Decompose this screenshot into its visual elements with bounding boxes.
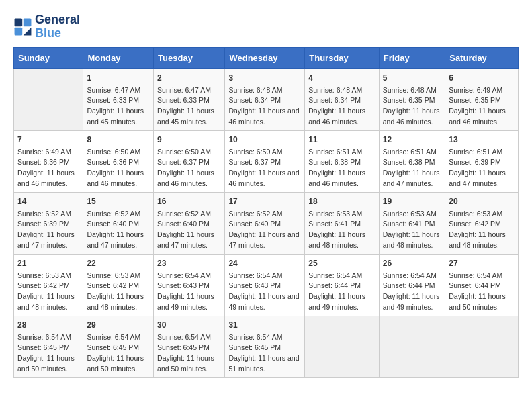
day-info-line: Sunset: 6:33 PM xyxy=(87,95,150,106)
day-info-line: Daylight: 11 hours and 48 minutes. xyxy=(383,230,441,251)
day-info-line: Daylight: 11 hours and 46 minutes. xyxy=(17,168,79,189)
day-info-line: Sunrise: 6:53 AM xyxy=(87,271,150,281)
day-info-line: Sunrise: 6:52 AM xyxy=(17,209,79,220)
day-info-line: Sunrise: 6:47 AM xyxy=(87,85,150,96)
day-info-line: Daylight: 11 hours and 48 minutes. xyxy=(308,230,375,251)
day-info-line: Sunset: 6:36 PM xyxy=(17,157,79,168)
day-info-line: Daylight: 11 hours and 47 minutes. xyxy=(383,168,441,189)
header-cell-sunday: Sunday xyxy=(14,47,83,68)
day-info-line: Daylight: 11 hours and 46 minutes. xyxy=(308,106,375,128)
day-info-line: Sunrise: 6:54 AM xyxy=(157,271,221,281)
day-info-line: Sunrise: 6:53 AM xyxy=(449,209,515,220)
day-number: 2 xyxy=(157,72,221,84)
day-number: 7 xyxy=(17,134,79,146)
day-info-line: Sunrise: 6:50 AM xyxy=(228,147,301,158)
day-info-line: Sunset: 6:44 PM xyxy=(449,281,515,291)
day-cell: 30Sunrise: 6:54 AMSunset: 6:45 PMDayligh… xyxy=(154,316,225,377)
day-cell: 2Sunrise: 6:47 AMSunset: 6:33 PMDaylight… xyxy=(154,68,225,130)
day-info-line: Sunset: 6:37 PM xyxy=(228,157,301,168)
day-info-line: Daylight: 11 hours and 49 minutes. xyxy=(383,291,441,313)
day-info-line: Daylight: 11 hours and 46 minutes. xyxy=(157,168,221,189)
day-number: 21 xyxy=(17,257,79,269)
day-cell: 3Sunrise: 6:48 AMSunset: 6:34 PMDaylight… xyxy=(225,68,305,130)
day-number: 18 xyxy=(308,195,375,208)
day-number: 17 xyxy=(228,195,301,208)
week-row-2: 7Sunrise: 6:49 AMSunset: 6:36 PMDaylight… xyxy=(14,130,519,192)
day-cell: 25Sunrise: 6:54 AMSunset: 6:44 PMDayligh… xyxy=(305,254,380,316)
day-cell: 24Sunrise: 6:54 AMSunset: 6:43 PMDayligh… xyxy=(225,254,305,316)
day-info-line: Sunset: 6:43 PM xyxy=(228,281,301,291)
day-info-line: Sunset: 6:38 PM xyxy=(308,157,375,168)
day-info-line: Sunrise: 6:54 AM xyxy=(228,332,301,343)
day-cell: 13Sunrise: 6:51 AMSunset: 6:39 PMDayligh… xyxy=(445,130,519,192)
day-number: 22 xyxy=(87,257,150,269)
day-info-line: Sunrise: 6:54 AM xyxy=(228,271,301,281)
day-cell xyxy=(305,316,380,377)
day-cell: 22Sunrise: 6:53 AMSunset: 6:42 PMDayligh… xyxy=(83,254,154,316)
day-info-line: Sunrise: 6:48 AM xyxy=(383,85,441,96)
day-cell: 10Sunrise: 6:50 AMSunset: 6:37 PMDayligh… xyxy=(225,130,305,192)
day-cell: 20Sunrise: 6:53 AMSunset: 6:42 PMDayligh… xyxy=(445,192,519,254)
day-info-line: Sunset: 6:40 PM xyxy=(87,219,150,230)
day-info-line: Daylight: 11 hours and 46 minutes. xyxy=(87,168,150,189)
day-number: 14 xyxy=(17,195,79,208)
week-row-4: 21Sunrise: 6:53 AMSunset: 6:42 PMDayligh… xyxy=(14,254,519,316)
day-cell: 16Sunrise: 6:52 AMSunset: 6:40 PMDayligh… xyxy=(154,192,225,254)
day-number: 1 xyxy=(87,72,150,84)
page-header: General Blue xyxy=(13,13,519,40)
day-info-line: Sunrise: 6:52 AM xyxy=(157,209,221,220)
day-info-line: Sunset: 6:45 PM xyxy=(228,342,301,353)
day-number: 26 xyxy=(383,257,441,269)
day-cell: 29Sunrise: 6:54 AMSunset: 6:45 PMDayligh… xyxy=(83,316,154,377)
day-info-line: Daylight: 11 hours and 47 minutes. xyxy=(157,230,221,251)
logo: General Blue xyxy=(13,13,80,40)
day-info-line: Sunset: 6:35 PM xyxy=(383,95,441,106)
day-info-line: Daylight: 11 hours and 49 minutes. xyxy=(228,291,301,313)
day-number: 6 xyxy=(449,72,515,84)
day-cell xyxy=(445,316,519,377)
day-info-line: Sunrise: 6:53 AM xyxy=(383,209,441,220)
svg-rect-2 xyxy=(15,28,23,36)
day-cell: 15Sunrise: 6:52 AMSunset: 6:40 PMDayligh… xyxy=(83,192,154,254)
day-info-line: Sunset: 6:40 PM xyxy=(228,219,301,230)
day-cell: 7Sunrise: 6:49 AMSunset: 6:36 PMDaylight… xyxy=(14,130,83,192)
day-info-line: Sunrise: 6:52 AM xyxy=(228,209,301,220)
day-cell: 11Sunrise: 6:51 AMSunset: 6:38 PMDayligh… xyxy=(305,130,380,192)
calendar-table: SundayMondayTuesdayWednesdayThursdayFrid… xyxy=(13,47,519,378)
day-info-line: Sunset: 6:39 PM xyxy=(449,157,515,168)
header-cell-monday: Monday xyxy=(83,47,154,68)
day-info-line: Sunrise: 6:51 AM xyxy=(449,147,515,158)
day-cell: 4Sunrise: 6:48 AMSunset: 6:34 PMDaylight… xyxy=(305,68,380,130)
day-info-line: Sunset: 6:39 PM xyxy=(17,219,79,230)
day-cell xyxy=(14,68,83,130)
day-number: 27 xyxy=(449,257,515,269)
day-info-line: Sunrise: 6:54 AM xyxy=(17,332,79,343)
day-number: 11 xyxy=(308,134,375,146)
week-row-5: 28Sunrise: 6:54 AMSunset: 6:45 PMDayligh… xyxy=(14,316,519,377)
day-info-line: Sunset: 6:42 PM xyxy=(87,281,150,291)
day-info-line: Sunrise: 6:50 AM xyxy=(87,147,150,158)
day-info-line: Sunset: 6:45 PM xyxy=(157,342,221,353)
day-info-line: Daylight: 11 hours and 51 minutes. xyxy=(228,353,301,375)
day-number: 28 xyxy=(17,319,79,331)
day-number: 15 xyxy=(87,195,150,208)
calendar-header: SundayMondayTuesdayWednesdayThursdayFrid… xyxy=(14,47,519,68)
day-info-line: Daylight: 11 hours and 50 minutes. xyxy=(157,353,221,375)
day-number: 13 xyxy=(449,134,515,146)
header-cell-wednesday: Wednesday xyxy=(225,47,305,68)
day-number: 20 xyxy=(449,195,515,208)
header-cell-tuesday: Tuesday xyxy=(154,47,225,68)
day-info-line: Sunset: 6:38 PM xyxy=(383,157,441,168)
day-number: 23 xyxy=(157,257,221,269)
day-info-line: Sunrise: 6:52 AM xyxy=(87,209,150,220)
logo-text-blue: Blue xyxy=(35,27,80,40)
day-info-line: Sunrise: 6:50 AM xyxy=(157,147,221,158)
day-info-line: Daylight: 11 hours and 50 minutes. xyxy=(449,291,515,313)
day-info-line: Sunset: 6:34 PM xyxy=(228,95,301,106)
day-info-line: Daylight: 11 hours and 46 minutes. xyxy=(383,106,441,128)
svg-rect-0 xyxy=(15,18,23,26)
day-info-line: Daylight: 11 hours and 49 minutes. xyxy=(157,291,221,313)
week-row-3: 14Sunrise: 6:52 AMSunset: 6:39 PMDayligh… xyxy=(14,192,519,254)
day-cell: 18Sunrise: 6:53 AMSunset: 6:41 PMDayligh… xyxy=(305,192,380,254)
week-row-1: 1Sunrise: 6:47 AMSunset: 6:33 PMDaylight… xyxy=(14,68,519,130)
